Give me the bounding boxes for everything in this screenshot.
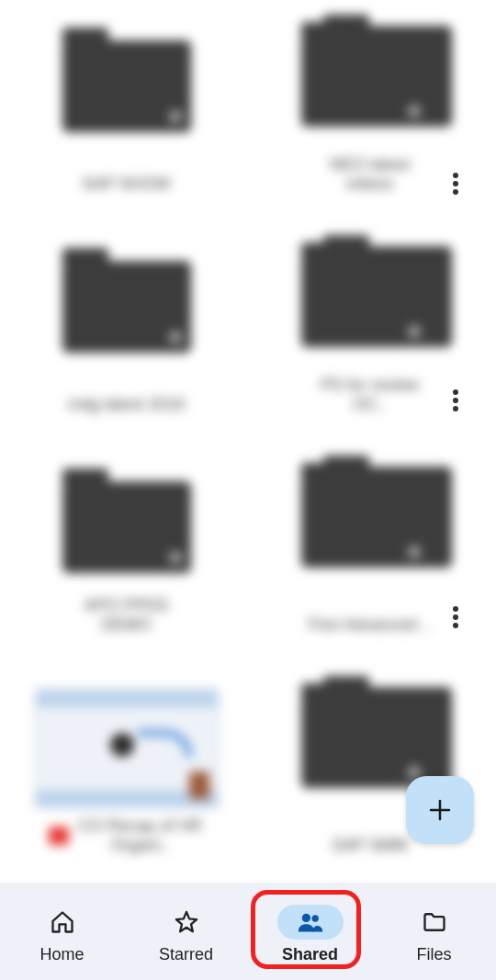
folder-stack-icon (301, 472, 439, 578)
svg-point-0 (453, 173, 458, 178)
item-label: SAP SMM (332, 836, 408, 856)
file-grid-blurred: SAP SHOW NEO latest videos mdg latest 20… (0, 0, 496, 883)
item-label: Fiori Advanced .. (308, 615, 431, 636)
home-icon (50, 909, 75, 935)
svg-point-12 (311, 915, 318, 921)
svg-point-3 (453, 389, 458, 395)
svg-point-1 (453, 181, 458, 186)
svg-point-6 (453, 606, 458, 612)
more-options-button[interactable] (437, 165, 474, 202)
more-options-button[interactable] (437, 599, 474, 636)
item-label: SAP SHOW (82, 175, 171, 195)
svg-point-7 (453, 614, 458, 620)
nav-label: Starred (159, 945, 213, 964)
folder-item[interactable]: mdg latest 2016 (18, 230, 234, 422)
nav-home[interactable]: Home (7, 899, 118, 964)
svg-point-4 (453, 398, 458, 403)
folder-stack-icon (301, 252, 439, 357)
nav-starred[interactable]: Starred (131, 899, 242, 964)
svg-point-11 (301, 913, 310, 921)
svg-point-8 (453, 623, 458, 628)
folder-icon (62, 481, 191, 573)
nav-files[interactable]: Files (379, 899, 490, 964)
file-item[interactable]: CO Recap of HR Organi.. (18, 670, 234, 863)
item-label: PS for review OC.. (306, 376, 434, 415)
item-label: CO Recap of HR Organi.. (76, 817, 205, 856)
nav-label: Home (39, 945, 84, 964)
item-label: mdg latest 2016 (67, 395, 185, 415)
bottom-nav: Home Starred Shared Files (0, 883, 496, 980)
plus-icon (426, 796, 454, 824)
folder-outline-icon (421, 909, 448, 935)
star-icon (174, 909, 199, 935)
fab-new-button[interactable] (406, 776, 474, 844)
folder-item[interactable]: APO PPDS DEMO (18, 450, 234, 643)
nav-shared[interactable]: Shared (255, 899, 366, 964)
folder-item[interactable]: SAP SHOW (18, 9, 234, 202)
folder-stack-icon (301, 31, 439, 137)
svg-point-2 (453, 189, 458, 195)
nav-label: Files (416, 945, 451, 964)
nav-label: Shared (282, 945, 338, 964)
item-label: NEO latest videos (306, 155, 434, 195)
more-options-button[interactable] (437, 382, 474, 419)
people-icon (297, 909, 324, 935)
file-thumbnail (35, 689, 219, 808)
folder-icon (62, 261, 191, 353)
svg-point-5 (453, 406, 458, 411)
item-label: APO PPDS DEMO (62, 596, 191, 636)
file-type-icon (49, 827, 69, 845)
folder-icon (62, 40, 191, 132)
